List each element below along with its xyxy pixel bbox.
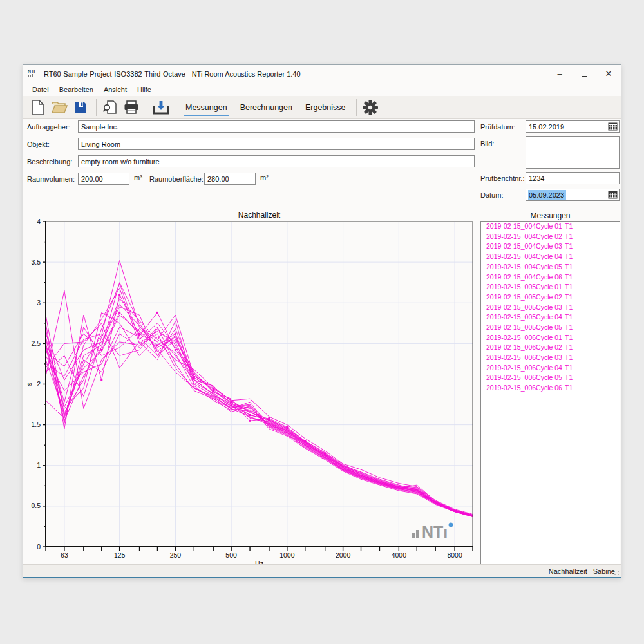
measurement-item[interactable]: 2019-02-15_004Cycle 01T1 [481, 222, 620, 232]
app-window: NTI RT60-Sample-Project-ISO3382-Third-Oc… [23, 64, 621, 578]
menu-item-ansicht[interactable]: Ansicht [99, 84, 132, 95]
chart-axis-labels: 00.511.522.533.5463125250500100020004000… [26, 218, 462, 568]
measurement-name: 2019-02-15_005Cycle 03 [486, 303, 565, 312]
measurement-name: 2019-02-15_006Cycle 01 [486, 334, 565, 343]
pruefdatum-label: Prüfdatum: [480, 121, 515, 133]
objekt-label: Objekt: [27, 138, 50, 150]
measurement-tag: T1 [565, 283, 573, 292]
bild-label: Bild: [480, 138, 494, 149]
toolbar-separator [356, 99, 357, 116]
settings-button[interactable] [361, 98, 380, 117]
measurement-tag: T1 [565, 293, 573, 302]
objekt-input[interactable] [78, 138, 475, 150]
print-preview-button[interactable] [100, 98, 120, 117]
pruefdatum-input[interactable] [526, 120, 620, 133]
measurements-list[interactable]: 2019-02-15_004Cycle 01T12019-02-15_004Cy… [480, 221, 620, 564]
measurement-tag: T1 [565, 354, 573, 363]
import-measurements-button[interactable] [151, 98, 171, 117]
measurement-item[interactable]: 2019-02-15_004Cycle 06T1 [481, 272, 620, 282]
open-folder-icon [51, 100, 68, 115]
chart-canvas: Nachhallzeit00.511.522.533.5463125250500… [26, 211, 477, 567]
measurement-item[interactable]: 2019-02-15_005Cycle 02T1 [481, 292, 620, 303]
resize-grip[interactable] [612, 568, 620, 576]
measurement-tag: T1 [565, 334, 573, 343]
open-project-button[interactable] [50, 98, 69, 117]
measurement-tag: T1 [565, 374, 573, 383]
svg-text:63: 63 [61, 551, 68, 559]
measurement-item[interactable]: 2019-02-15_006Cycle 06T1 [481, 383, 620, 393]
measurement-item[interactable]: 2019-02-15_004Cycle 04T1 [481, 252, 620, 262]
auftraggeber-input[interactable] [78, 120, 475, 133]
new-document-button[interactable] [28, 98, 48, 117]
measurements-panel-title: Messungen [480, 211, 620, 220]
measurement-item[interactable]: 2019-02-15_006Cycle 05T1 [481, 373, 620, 383]
maximize-icon [582, 71, 587, 77]
measurement-tag: T1 [565, 263, 573, 272]
measurement-name: 2019-02-15_004Cycle 04 [486, 252, 565, 261]
raumoberflaeche-input[interactable] [204, 173, 256, 185]
measurement-item[interactable]: 2019-02-15_006Cycle 01T1 [481, 333, 620, 343]
svg-text:s: s [26, 383, 33, 386]
status-calculation-mode: Nachhallzeit [549, 567, 587, 575]
menu-item-bearbeiten[interactable]: Bearbeiten [54, 84, 99, 95]
menubar: DateiBearbeitenAnsichtHilfe [23, 82, 621, 96]
measurement-item[interactable]: 2019-02-15_005Cycle 05T1 [481, 323, 620, 333]
print-preview-icon [102, 100, 118, 115]
tab-ergebnisse[interactable]: Ergebnisse [299, 96, 352, 118]
rt60-chart[interactable]: Nachhallzeit00.511.522.533.5463125250500… [26, 211, 477, 567]
tab-messungen[interactable]: Messungen [179, 96, 234, 118]
measurement-item[interactable]: 2019-02-15_004Cycle 03T1 [481, 242, 620, 252]
pruefdatum-calendar-button[interactable] [607, 122, 618, 131]
view-tabs: Messungen Berechnungen Ergebnisse [179, 96, 352, 118]
titlebar[interactable]: NTI RT60-Sample-Project-ISO3382-Third-Oc… [23, 65, 621, 82]
measurement-tag: T1 [565, 303, 573, 312]
close-button[interactable]: ✕ [596, 65, 621, 82]
svg-text:0: 0 [37, 543, 41, 551]
print-button[interactable] [122, 98, 141, 117]
datum-input[interactable] [526, 189, 620, 201]
import-download-icon [153, 100, 169, 115]
datum-calendar-button[interactable] [607, 190, 618, 200]
statusbar: Nachhallzeit Sabine [23, 564, 621, 577]
measurement-tag: T1 [565, 222, 573, 231]
toolbar-separator [96, 99, 97, 116]
maximize-button[interactable] [572, 65, 596, 82]
measurement-item[interactable]: 2019-02-15_004Cycle 02T1 [481, 232, 620, 242]
measurement-name: 2019-02-15_005Cycle 02 [486, 293, 565, 302]
toolbar: Messungen Berechnungen Ergebnisse [23, 96, 621, 119]
measurement-item[interactable]: 2019-02-15_006Cycle 04T1 [481, 363, 620, 374]
measurement-item[interactable]: 2019-02-15_005Cycle 03T1 [481, 303, 620, 313]
measurement-tag: T1 [565, 364, 573, 373]
tab-berechnungen[interactable]: Berechnungen [234, 96, 299, 118]
pruefberichtnr-input[interactable] [526, 172, 620, 184]
measurement-item[interactable]: 2019-02-15_006Cycle 03T1 [481, 353, 620, 363]
measurement-name: 2019-02-15_005Cycle 01 [486, 283, 565, 292]
bild-image-box[interactable] [526, 136, 620, 169]
svg-text:Nachhallzeit: Nachhallzeit [238, 211, 281, 220]
datum-label: Datum: [480, 189, 503, 201]
svg-text:8000: 8000 [447, 551, 462, 559]
measurement-item[interactable]: 2019-02-15_004Cycle 05T1 [481, 262, 620, 272]
beschreibung-input[interactable] [78, 155, 475, 167]
save-project-button[interactable] [71, 98, 90, 117]
pruefberichtnr-label: Prüfberichtnr.: [480, 173, 524, 184]
chart-grid [46, 222, 473, 547]
menu-item-hilfe[interactable]: Hilfe [132, 84, 156, 95]
measurement-tag: T1 [565, 343, 573, 352]
measurement-item[interactable]: 2019-02-15_005Cycle 04T1 [481, 312, 620, 323]
menu-item-datei[interactable]: Datei [27, 84, 54, 95]
measurement-name: 2019-02-15_006Cycle 06 [486, 384, 565, 393]
measurement-tag: T1 [565, 242, 573, 251]
measurement-name: 2019-02-15_006Cycle 05 [486, 374, 565, 383]
measurement-name: 2019-02-15_006Cycle 02 [486, 343, 565, 352]
measurement-item[interactable]: 2019-02-15_006Cycle 02T1 [481, 343, 620, 353]
measurement-name: 2019-02-15_004Cycle 03 [486, 242, 565, 251]
measurement-name: 2019-02-15_004Cycle 06 [486, 273, 565, 282]
measurement-name: 2019-02-15_004Cycle 05 [486, 263, 565, 272]
measurement-tag: T1 [565, 323, 573, 332]
raumvolumen-input[interactable] [78, 173, 129, 185]
auftraggeber-label: Auftraggeber: [27, 121, 70, 133]
measurement-item[interactable]: 2019-02-15_005Cycle 01T1 [481, 282, 620, 292]
minimize-button[interactable]: – [547, 65, 572, 82]
svg-text:NTı: NTı [422, 523, 448, 541]
